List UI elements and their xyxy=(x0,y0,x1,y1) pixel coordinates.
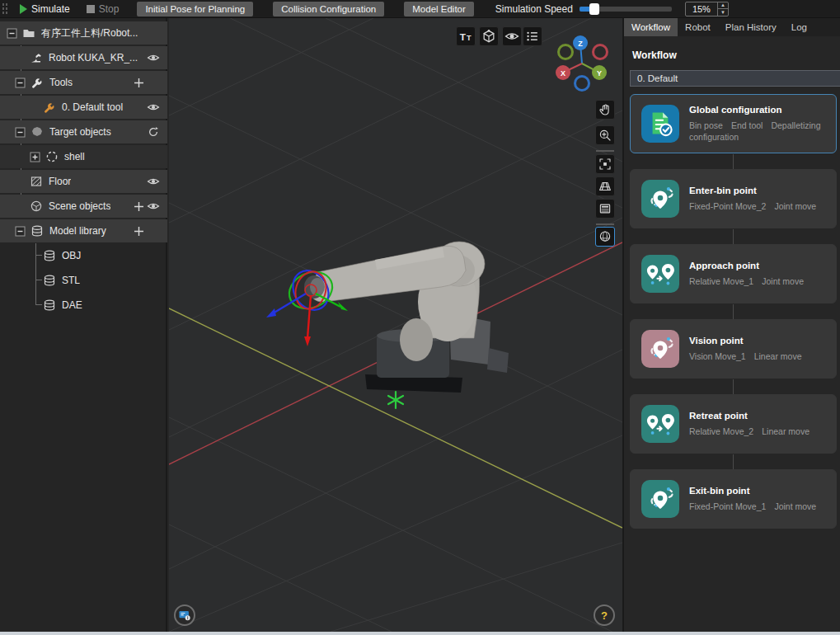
workflow-card-global-configuration[interactable]: Global configuration Bin poseEnd toolDep… xyxy=(630,94,837,153)
plus-icon xyxy=(134,78,144,88)
panel-lines-icon xyxy=(598,201,612,216)
rail-separator xyxy=(596,223,614,225)
list-view-button[interactable] xyxy=(523,26,542,46)
collision-configuration-button[interactable]: Collision Configuration xyxy=(273,2,384,16)
card-title: Approach point xyxy=(689,261,829,270)
fit-view-button[interactable] xyxy=(595,154,615,174)
simulation-speed-slider[interactable] xyxy=(580,7,672,12)
collapse-box-icon[interactable] xyxy=(15,127,26,138)
panel-lines-button[interactable] xyxy=(595,199,615,219)
zoom-in-icon xyxy=(598,128,612,143)
simulate-label: Simulate xyxy=(31,3,70,15)
tree-item-robot[interactable]: Robot KUKA_KR_... xyxy=(0,46,167,69)
play-icon xyxy=(20,4,27,14)
gizmo-toggle-button[interactable] xyxy=(479,26,499,46)
globe-view-button[interactable] xyxy=(595,227,615,247)
simulate-button[interactable]: Simulate xyxy=(12,0,78,18)
tree-item-shell[interactable]: shell xyxy=(0,145,167,168)
visibility-button[interactable] xyxy=(502,26,522,46)
tree-item-tools[interactable]: Tools xyxy=(0,71,167,94)
database-icon xyxy=(31,224,44,238)
text-labels-icon: T T xyxy=(458,28,474,45)
axis-neg-x-ball xyxy=(594,45,608,59)
add-tool-button[interactable] xyxy=(131,75,146,90)
zoom-in-tool-button[interactable] xyxy=(595,125,615,145)
tree-item-label: Model library xyxy=(49,225,106,237)
show-labels-button[interactable]: T T xyxy=(456,26,476,46)
collapse-box-icon[interactable] xyxy=(7,28,17,39)
expand-box-icon[interactable] xyxy=(30,152,40,162)
svg-text:T: T xyxy=(467,34,472,42)
model-editor-button[interactable]: Model Editor xyxy=(404,2,474,16)
frustum-view-button[interactable] xyxy=(595,176,615,196)
tab-plan-history[interactable]: Plan History xyxy=(718,18,784,36)
visibility-toggle[interactable] xyxy=(146,174,161,189)
card-title: Vision point xyxy=(689,336,829,346)
tab-workflow[interactable]: Workflow xyxy=(624,18,678,36)
collapse-box-icon[interactable] xyxy=(15,226,26,237)
wrench-orange-icon xyxy=(43,101,56,114)
tree-item-obj[interactable]: OBJ xyxy=(0,244,167,267)
plus-icon xyxy=(134,201,144,212)
visibility-toggle[interactable] xyxy=(146,50,161,65)
list-icon xyxy=(524,28,541,45)
toolbar-grip-handle[interactable] xyxy=(2,2,8,16)
workflow-card-approach-point[interactable]: Approach point Relative Move_1Joint move xyxy=(630,244,837,303)
workflow-card-exit-bin-point[interactable]: Exit-bin point Fixed-Point Move_1Joint m… xyxy=(630,469,837,529)
visibility-toggle[interactable] xyxy=(146,100,161,115)
viewport-3d[interactable]: T T xyxy=(169,18,622,632)
refresh-button[interactable] xyxy=(146,125,161,139)
tree-item-target-objects[interactable]: Target objects xyxy=(0,120,167,143)
sphere-icon xyxy=(30,200,43,213)
tree-item-label: DAE xyxy=(62,299,82,311)
tab-robot[interactable]: Robot xyxy=(678,18,718,36)
axis-neg-z-ball xyxy=(575,77,589,91)
pin-path-icon xyxy=(641,480,679,518)
initial-pose-button[interactable]: Initial Pose for Planning xyxy=(137,2,253,16)
stop-icon xyxy=(87,5,95,13)
spin-up-icon[interactable]: ▲ xyxy=(718,2,728,10)
pan-tool-button[interactable] xyxy=(595,100,615,120)
card-title: Enter-bin point xyxy=(689,186,829,195)
tree-item-label: Scene objects xyxy=(49,200,110,212)
visibility-toggle[interactable] xyxy=(146,199,161,214)
tab-log[interactable]: Log xyxy=(784,18,814,36)
card-tags: Fixed-Point Move_1Joint move xyxy=(689,501,829,512)
speed-spinbox[interactable]: 15% ▲ ▼ xyxy=(685,2,729,16)
add-scene-object-button[interactable] xyxy=(131,199,146,214)
spin-arrows: ▲ ▼ xyxy=(717,2,728,16)
axis-navigation-gizmo[interactable]: Z X Y xyxy=(547,33,617,99)
cube-gizmo-icon xyxy=(481,28,497,45)
frustum-icon xyxy=(598,179,612,194)
simulation-speed-label: Simulation Speed xyxy=(495,3,573,15)
workflow-card-enter-bin-point[interactable]: Enter-bin point Fixed-Point Move_2Joint … xyxy=(630,169,837,228)
add-model-button[interactable] xyxy=(131,223,146,238)
workflow-selector[interactable]: 0. Default xyxy=(630,70,840,87)
app-window: Simulate Stop Initial Pose for Planning … xyxy=(0,0,840,635)
tree-item-label: Target objects xyxy=(49,126,111,138)
help-button[interactable]: ? xyxy=(594,604,615,626)
tree-item-label: Floor xyxy=(49,176,71,187)
tree-item-dae[interactable]: DAE xyxy=(0,294,167,317)
tree-item-default-tool[interactable]: 0. Default tool xyxy=(0,96,167,119)
tree-item-stl[interactable]: STL xyxy=(0,269,167,292)
fit-view-icon xyxy=(598,157,612,172)
tree-item-floor[interactable]: Floor xyxy=(0,170,167,193)
spin-down-icon[interactable]: ▼ xyxy=(718,9,728,16)
workflow-connector xyxy=(733,379,734,395)
tree-item-scene-objects[interactable]: Scene objects xyxy=(0,195,167,218)
database-icon xyxy=(43,274,56,287)
stop-label: Stop xyxy=(99,3,120,15)
two-pins-icon xyxy=(641,405,679,443)
slider-handle[interactable] xyxy=(589,3,599,15)
tree-item-model-library[interactable]: Model library xyxy=(0,219,167,242)
stop-button[interactable]: Stop xyxy=(78,0,128,18)
card-title: Exit-bin point xyxy=(689,486,829,496)
tree-item-project-root[interactable]: 有序工件上料/Robot... xyxy=(0,21,167,45)
collapse-box-icon[interactable] xyxy=(15,78,26,88)
workflow-card-retreat-point[interactable]: Retreat point Relative Move_2Linear move xyxy=(630,394,837,454)
eye-icon xyxy=(147,176,160,186)
scene-canvas xyxy=(169,18,622,632)
workflow-card-vision-point[interactable]: Vision point Vision Move_1Linear move xyxy=(630,319,837,379)
status-monitor-button[interactable] xyxy=(174,604,195,626)
